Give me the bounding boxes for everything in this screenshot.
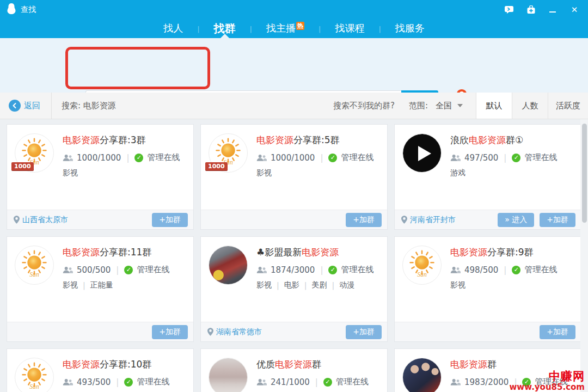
group-title: 电影资源分享群:5群 [256,134,373,146]
admin-online-status: 管理在线 [524,265,557,275]
group-tag: 游戏 [450,168,465,178]
group-card-6[interactable]: Sun 电影资源分享群:9群 498/500 | ✓ 管理在线 影视 +加群 [394,236,581,342]
group-title: 电影资源分享群:11群 [63,247,169,258]
check-icon: ✓ [328,266,337,274]
group-tags: 游戏 [450,168,557,178]
group-tag: 影视 [450,280,465,290]
group-card-3[interactable]: 浪欣电影资源群① 497/500 | ✓ 管理在线 游戏 河南省开封市 » 进入… [394,124,581,230]
person-photo-avatar [209,358,248,392]
member-count: 1983/2000 [464,377,509,387]
join-group-button[interactable]: +加群 [346,213,382,227]
card-footer: 湖南省常德市 +加群 [201,322,387,341]
members-icon [450,154,461,162]
search-section: ✕ 王者荣耀TFBOYS鹿晗 [0,38,588,93]
group-tag: 影视 [63,280,78,290]
group-card-1[interactable]: Sun1000 电影资源分享群:3群 1000/1000 | ✓ 管理在线 影视… [7,124,194,230]
group-tag: 美剧 [311,280,327,290]
member-count: 500/500 [77,265,111,275]
scrollbar-thumb[interactable] [582,124,587,223]
members-icon [256,266,267,274]
capacity-badge: 1000 [11,162,34,170]
group-title: 优质电影资源群 [256,359,369,370]
cant-find-group-link[interactable]: 搜索不到我的群? [333,101,395,111]
admin-online-status: 管理在线 [336,377,369,387]
member-count: 1874/3000 [271,265,315,275]
member-count: 498/500 [464,265,498,275]
location-pin-icon [207,328,213,336]
join-group-button[interactable]: +加群 [540,213,575,227]
group-card-5[interactable]: ♣影盟最新电影资源 1874/3000 | ✓ 管理在线 影视|电影|美剧|动漫… [200,236,388,342]
group-tag: 影视 [256,280,272,290]
window-title: 查找 [21,5,36,15]
video-play-avatar [402,133,442,173]
group-tag: 影视 [256,168,272,178]
member-count: 1000/1000 [271,153,315,163]
nav-tab-4[interactable]: 找服务 [381,20,439,38]
group-title: 电影资源分享群:3群 [63,134,180,146]
chevron-down-icon [457,104,463,107]
enter-group-button[interactable]: » 进入 [498,213,534,227]
card-footer: +加群 [7,322,193,341]
group-location[interactable]: 河南省开封市 [401,215,456,225]
join-group-button[interactable]: +加群 [152,213,188,227]
feedback-icon[interactable] [502,4,516,16]
nav-tab-3[interactable]: 找课程 [321,20,378,38]
group-tag: 正能量 [90,280,113,290]
nav-tab-0[interactable]: 找人 [149,20,197,38]
location-pin-icon [401,216,407,224]
check-icon: ✓ [124,378,133,387]
titlebar: 查找 ✕ [0,0,588,20]
nav-tab-2[interactable]: 找主播热 [252,20,318,38]
group-location[interactable]: 湖南省常德市 [207,327,262,337]
group-tag: 动漫 [339,280,354,290]
scope-dropdown[interactable]: 全国 [436,101,463,111]
minimize-button[interactable] [546,4,560,16]
safety-kit-icon[interactable] [524,4,538,16]
group-card-4[interactable]: Sun 电影资源分享群:11群 500/500 | ✓ 管理在线 影视|正能量 … [7,236,194,342]
svg-text:Sun: Sun [29,271,39,278]
group-card-9[interactable]: 电影资源群 1983/2000 | ✓ 管理在线 影视|电影|美剧 +加群 [394,348,581,392]
location-pin-icon [14,216,20,224]
check-icon: ✓ [512,154,520,162]
car-photo-avatar [209,246,248,285]
sun-avatar: Sun [15,358,54,392]
sort-tab-默认[interactable]: 默认 [476,93,512,119]
group-tag: 影视 [63,168,78,178]
member-count: 241/1000 [271,377,310,387]
join-group-button[interactable]: +加群 [540,325,575,339]
member-count: 1000/1000 [77,153,121,163]
join-group-button[interactable]: +加群 [346,325,382,339]
back-arrow-icon [9,100,21,112]
results-area: Sun1000 电影资源分享群:3群 1000/1000 | ✓ 管理在线 影视… [0,119,588,392]
group-card-2[interactable]: Sun1000 电影资源分享群:5群 1000/1000 | ✓ 管理在线 影视… [200,124,388,230]
group-tags: 影视|电影|美剧|动漫 [256,280,373,290]
search-breadcrumb: 搜索: 电影资源 [52,101,116,111]
filter-bar: 返回 搜索: 电影资源 搜索不到我的群? 范围: 全国 默认人数活跃度 [0,93,588,119]
members-icon [256,378,267,386]
group-title: 电影资源群 [450,359,567,370]
check-icon: ✓ [522,378,531,387]
check-icon: ✓ [512,266,520,274]
group-card-8[interactable]: 优质电影资源群 241/1000 | ✓ 管理在线 影视 +加群 [200,348,388,392]
admin-online-status: 管理在线 [524,152,557,163]
sort-tab-活跃度[interactable]: 活跃度 [548,93,588,119]
group-card-7[interactable]: Sun 电影资源分享群:10群 493/500 | ✓ 管理在线 影视 +加群 [7,348,194,392]
scope-value: 全国 [436,101,452,111]
group-tags: 影视 [63,168,180,178]
sort-tab-人数[interactable]: 人数 [512,93,548,119]
members-icon [450,266,461,274]
sun-avatar: Sun [402,246,442,285]
check-icon: ✓ [323,378,332,387]
group-tag: 电影 [284,280,299,290]
sun-avatar: Sun [15,246,54,285]
join-group-button[interactable]: +加群 [152,325,188,339]
back-button[interactable]: 返回 [0,93,51,119]
nav-tab-1[interactable]: 找群 [200,20,250,38]
hot-badge: 热 [296,22,304,30]
group-tags: 影视|正能量 [63,280,169,290]
group-location[interactable]: 山西省太原市 [14,215,68,225]
scrollbar-track[interactable] [580,119,588,392]
card-footer: 山西省太原市 +加群 [7,210,193,229]
close-button[interactable]: ✕ [567,4,581,16]
group-title: 浪欣电影资源群① [450,134,557,146]
